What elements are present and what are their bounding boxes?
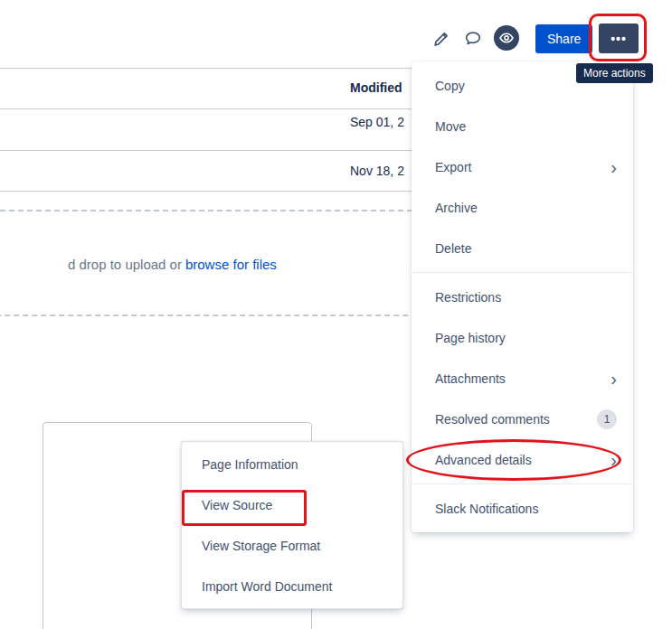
watch-button[interactable] xyxy=(494,25,519,51)
submenu-item-page-information[interactable]: Page Information xyxy=(182,444,402,484)
resolved-comments-count-badge: 1 xyxy=(597,409,617,429)
chevron-right-icon: › xyxy=(610,370,617,388)
comment-button[interactable] xyxy=(460,26,486,52)
table-row-divider xyxy=(0,108,412,109)
chevron-right-icon: › xyxy=(610,451,617,469)
menu-item-archive[interactable]: Archive xyxy=(412,187,633,228)
submenu-item-import-word-document[interactable]: Import Word Document xyxy=(182,566,402,606)
menu-item-label: Copy xyxy=(435,79,465,93)
edit-button[interactable] xyxy=(429,26,454,52)
submenu-item-label: Page Information xyxy=(202,457,298,472)
menu-divider xyxy=(412,483,633,484)
menu-item-label: Resolved comments xyxy=(435,412,550,427)
menu-divider xyxy=(412,272,633,273)
menu-item-label: Slack Notifications xyxy=(435,502,538,516)
menu-item-restrictions[interactable]: Restrictions xyxy=(412,277,633,317)
submenu-item-view-source[interactable]: View Source xyxy=(182,484,402,525)
comment-icon xyxy=(463,29,483,49)
menu-item-label: Attachments xyxy=(435,371,506,386)
menu-item-label: Archive xyxy=(435,201,478,215)
menu-item-label: Restrictions xyxy=(435,290,501,305)
submenu-item-view-storage-format[interactable]: View Storage Format xyxy=(182,525,402,566)
table-row-divider xyxy=(0,191,412,192)
menu-item-advanced-details[interactable]: Advanced details › xyxy=(412,439,633,480)
menu-item-label: Delete xyxy=(435,241,471,256)
advanced-details-submenu: Page Information View Source View Storag… xyxy=(181,441,403,609)
menu-item-move[interactable]: Move xyxy=(412,106,633,146)
table-row-divider xyxy=(0,150,412,151)
chevron-right-icon: › xyxy=(610,158,617,176)
dropzone-hint-text: d drop to upload or xyxy=(68,257,182,272)
eye-icon xyxy=(498,30,515,46)
submenu-item-label: View Source xyxy=(202,498,272,512)
more-actions-menu: Copy Move Export › Archive Delete Restri… xyxy=(412,61,633,532)
menu-item-label: Page history xyxy=(435,331,506,345)
menu-item-label: Move xyxy=(435,119,466,134)
browse-for-files-link[interactable]: browse for files xyxy=(185,257,277,272)
menu-item-label: Export xyxy=(435,160,471,174)
page: Modified Sep 01, 2 Nov 18, 2 d drop to u… xyxy=(0,0,672,629)
modified-column-header: Modified xyxy=(350,80,402,95)
menu-item-delete[interactable]: Delete xyxy=(412,228,633,268)
submenu-item-label: Import Word Document xyxy=(202,579,332,594)
table-cell-modified-date: Nov 18, 2 xyxy=(350,164,404,178)
menu-item-label: Advanced details xyxy=(435,453,532,467)
menu-item-slack-notifications[interactable]: Slack Notifications xyxy=(412,488,633,529)
more-actions-tooltip: More actions xyxy=(576,63,653,83)
submenu-item-label: View Storage Format xyxy=(202,539,320,553)
share-button[interactable]: Share xyxy=(535,24,592,53)
table-row-divider xyxy=(0,68,412,69)
menu-item-export[interactable]: Export › xyxy=(412,146,633,187)
more-actions-button[interactable]: ••• xyxy=(599,23,639,53)
menu-item-attachments[interactable]: Attachments › xyxy=(412,358,633,399)
dropzone-text: d drop to upload orbrowse for files xyxy=(68,257,277,272)
table-cell-modified-date: Sep 01, 2 xyxy=(350,115,404,129)
menu-item-resolved-comments[interactable]: Resolved comments 1 xyxy=(412,399,633,439)
menu-item-page-history[interactable]: Page history xyxy=(412,317,633,358)
pencil-icon xyxy=(431,29,451,49)
